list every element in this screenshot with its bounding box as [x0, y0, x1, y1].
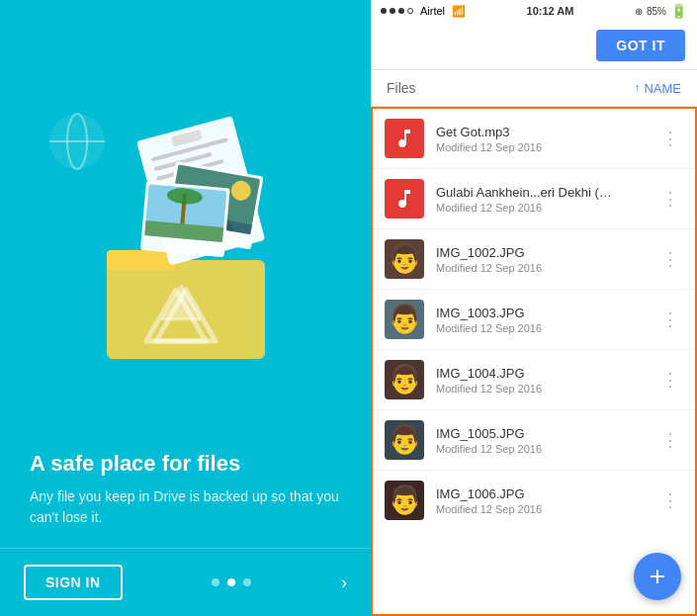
file-date: Modified 12 Sep 2016 — [436, 503, 657, 515]
file-item[interactable]: 👨 IMG_1002.JPG Modified 12 Sep 2016 ⋮ — [373, 229, 695, 290]
svg-rect-1 — [107, 250, 176, 270]
file-info: IMG_1005.JPG Modified 12 Sep 2016 — [436, 426, 657, 455]
file-name: Gulabi Aankhein...eri Dekhi (2).MP3 — [436, 185, 614, 200]
file-date: Modified 12 Sep 2016 — [436, 202, 657, 214]
file-name: IMG_1004.JPG — [436, 366, 614, 381]
file-date: Modified 12 Sep 2016 — [436, 322, 657, 334]
pagination-dots — [212, 578, 251, 586]
signal-area: Airtel 📶 — [381, 5, 466, 18]
file-more-button[interactable]: ⋮ — [657, 365, 683, 395]
right-panel: Airtel 📶 10:12 AM ⊕ 85% 🔋 GOT IT Files ↑… — [371, 0, 697, 616]
next-arrow[interactable]: › — [341, 572, 347, 593]
illustration — [0, 0, 371, 451]
carrier-label: Airtel — [420, 5, 445, 17]
location-icon: ⊕ — [635, 6, 643, 17]
image-thumb: 👨 — [385, 360, 424, 399]
file-date: Modified 12 Sep 2016 — [436, 141, 657, 153]
left-panel-title: A safe place for files — [30, 451, 341, 477]
image-thumb: 👨 — [385, 420, 424, 460]
signal-dot-3 — [398, 8, 404, 14]
files-label: Files — [387, 80, 416, 96]
file-more-button[interactable]: ⋮ — [657, 124, 683, 153]
file-more-button[interactable]: ⋮ — [657, 184, 683, 214]
file-info: IMG_1006.JPG Modified 12 Sep 2016 — [436, 486, 657, 515]
sort-by-name[interactable]: ↑ NAME — [634, 81, 681, 96]
file-more-button[interactable]: ⋮ — [657, 425, 683, 455]
signal-dot-4 — [407, 8, 413, 14]
battery-area: ⊕ 85% 🔋 — [635, 3, 687, 19]
wifi-icon: 📶 — [452, 5, 466, 18]
file-list: Get Got.mp3 Modified 12 Sep 2016 ⋮ Gulab… — [371, 107, 697, 616]
fab-add-button[interactable]: + — [634, 553, 681, 600]
image-thumb: 👨 — [385, 239, 424, 279]
status-bar: Airtel 📶 10:12 AM ⊕ 85% 🔋 — [371, 0, 697, 22]
file-name: IMG_1006.JPG — [436, 486, 614, 501]
file-more-button[interactable]: ⋮ — [657, 305, 683, 334]
file-info: IMG_1003.JPG Modified 12 Sep 2016 — [436, 306, 657, 334]
file-more-button[interactable]: ⋮ — [657, 244, 683, 274]
signal-dot-1 — [381, 8, 387, 14]
audio-thumb — [385, 119, 424, 158]
got-it-row: GOT IT — [371, 22, 697, 70]
file-date: Modified 12 Sep 2016 — [436, 262, 657, 274]
left-footer: SIGN IN › — [0, 548, 371, 616]
left-panel-subtitle: Any file you keep in Drive is backed up … — [30, 486, 341, 528]
file-info: IMG_1002.JPG Modified 12 Sep 2016 — [436, 245, 657, 274]
file-item[interactable]: 👨 IMG_1006.JPG Modified 12 Sep 2016 ⋮ — [373, 471, 695, 530]
sort-name-label: NAME — [644, 81, 681, 96]
file-date: Modified 12 Sep 2016 — [436, 383, 657, 395]
file-name: IMG_1003.JPG — [436, 306, 614, 320]
files-header: Files ↑ NAME — [371, 70, 697, 107]
image-thumb: 👨 — [385, 300, 424, 339]
file-item[interactable]: 👨 IMG_1003.JPG Modified 12 Sep 2016 ⋮ — [373, 290, 695, 350]
file-date: Modified 12 Sep 2016 — [436, 443, 657, 455]
file-info: Get Got.mp3 Modified 12 Sep 2016 — [436, 125, 657, 153]
battery-icon: 🔋 — [670, 3, 687, 19]
file-info: Gulabi Aankhein...eri Dekhi (2).MP3 Modi… — [436, 185, 657, 214]
file-name: IMG_1005.JPG — [436, 426, 614, 441]
dot-3 — [243, 578, 251, 586]
file-item[interactable]: Gulabi Aankhein...eri Dekhi (2).MP3 Modi… — [373, 169, 695, 229]
sort-arrow-icon: ↑ — [634, 81, 640, 95]
right-wrapper: Get Got.mp3 Modified 12 Sep 2016 ⋮ Gulab… — [371, 107, 697, 616]
image-thumb: 👨 — [385, 481, 424, 520]
got-it-button[interactable]: GOT IT — [596, 30, 685, 61]
file-item[interactable]: 👨 IMG_1005.JPG Modified 12 Sep 2016 ⋮ — [373, 410, 695, 471]
file-name: Get Got.mp3 — [436, 125, 614, 139]
file-name: IMG_1002.JPG — [436, 245, 614, 260]
left-content: A safe place for files Any file you keep… — [0, 451, 371, 548]
file-more-button[interactable]: ⋮ — [657, 485, 683, 515]
dot-2 — [227, 578, 235, 586]
file-info: IMG_1004.JPG Modified 12 Sep 2016 — [436, 366, 657, 395]
file-item[interactable]: 👨 IMG_1004.JPG Modified 12 Sep 2016 ⋮ — [373, 350, 695, 410]
audio-thumb — [385, 179, 424, 219]
sign-in-button[interactable]: SIGN IN — [24, 565, 123, 600]
file-item[interactable]: Get Got.mp3 Modified 12 Sep 2016 ⋮ — [373, 109, 695, 169]
signal-dot-2 — [390, 8, 395, 14]
battery-label: 85% — [647, 6, 666, 17]
time-display: 10:12 AM — [527, 5, 574, 17]
dot-1 — [212, 578, 219, 586]
left-panel: A safe place for files Any file you keep… — [0, 0, 371, 616]
plus-icon: + — [650, 561, 665, 592]
